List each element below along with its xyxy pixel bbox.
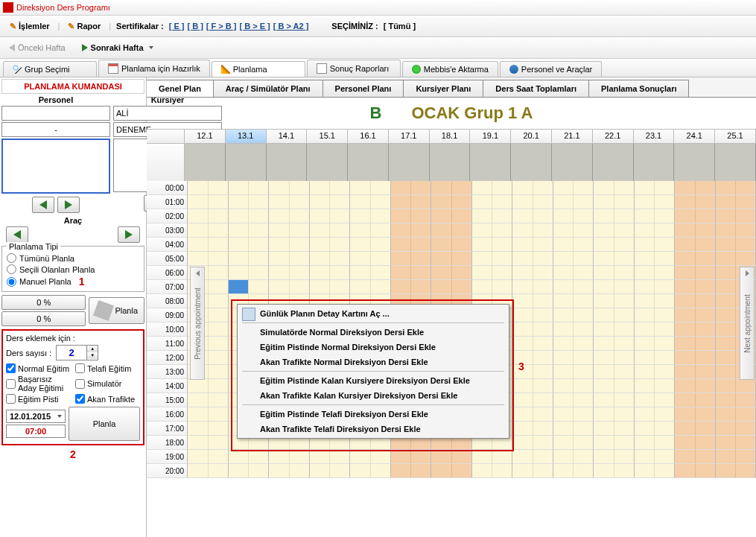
calendar-cell[interactable] bbox=[635, 422, 676, 436]
calendar-cell[interactable] bbox=[188, 464, 229, 478]
day-header[interactable]: 22.1 bbox=[593, 130, 634, 143]
calendar-cell[interactable] bbox=[635, 450, 676, 464]
calendar-cell[interactable] bbox=[350, 252, 391, 266]
calendar-cell[interactable] bbox=[391, 450, 432, 464]
menu-islemler[interactable]: ✎İşlemler bbox=[4, 19, 55, 34]
calendar-cell[interactable] bbox=[269, 252, 310, 266]
calendar-cell[interactable] bbox=[675, 407, 716, 422]
calendar-cell[interactable] bbox=[391, 209, 432, 223]
calendar-cell[interactable] bbox=[229, 238, 270, 252]
chk-pist[interactable]: Eğitim Pisti bbox=[6, 394, 71, 404]
calendar-cell[interactable] bbox=[310, 252, 351, 266]
personel-prev-button[interactable] bbox=[32, 197, 54, 213]
calendar-cell[interactable] bbox=[391, 252, 432, 266]
spin-up[interactable]: ▲ bbox=[87, 346, 98, 352]
calendar-cell[interactable] bbox=[512, 181, 553, 195]
calendar-cell[interactable] bbox=[553, 308, 594, 322]
subtab-kursiyer[interactable]: Kursiyer Planı bbox=[403, 80, 483, 97]
calendar-cell[interactable] bbox=[188, 450, 229, 464]
calendar-cell[interactable] bbox=[635, 365, 676, 379]
calendar-cell[interactable] bbox=[512, 266, 553, 280]
calendar-cell[interactable] bbox=[512, 322, 553, 337]
calendar-cell[interactable] bbox=[553, 322, 594, 337]
chk-simulator[interactable]: Simulatör bbox=[75, 375, 140, 393]
tab-mebbis[interactable]: Mebbis'e Aktarma bbox=[402, 61, 498, 77]
chk-trafik[interactable]: Akan Trafikte bbox=[75, 394, 140, 404]
calendar-cell[interactable] bbox=[310, 181, 351, 195]
calendar-cell[interactable] bbox=[472, 209, 513, 223]
calendar-cell[interactable] bbox=[675, 195, 716, 209]
calendar-cell[interactable] bbox=[269, 181, 310, 195]
calendar-cell[interactable] bbox=[675, 294, 716, 308]
calendar-cell[interactable] bbox=[594, 365, 635, 379]
selected-slot[interactable] bbox=[229, 280, 249, 293]
calendar-cell[interactable] bbox=[229, 464, 270, 478]
calendar-cell[interactable] bbox=[431, 450, 472, 464]
ders-count-spinner[interactable]: ▲▼ bbox=[56, 345, 98, 360]
chk-telafi[interactable]: Telafi Eğitim bbox=[75, 363, 140, 373]
calendar-cell[interactable] bbox=[310, 464, 351, 478]
calendar-cell[interactable] bbox=[350, 464, 391, 478]
calendar-cell[interactable] bbox=[553, 393, 594, 407]
calendar-cell[interactable] bbox=[350, 266, 391, 280]
calendar-cell[interactable] bbox=[594, 322, 635, 337]
calendar-cell[interactable] bbox=[229, 223, 270, 238]
calendar-cell[interactable] bbox=[350, 280, 391, 294]
calendar-cell[interactable] bbox=[188, 252, 229, 266]
calendar-cell[interactable] bbox=[431, 181, 472, 195]
pct-b-button[interactable]: 0 % bbox=[1, 311, 86, 326]
calendar-cell[interactable] bbox=[310, 223, 351, 238]
chk-normal[interactable]: Normal Eğitim bbox=[6, 363, 71, 373]
radio-secili[interactable]: Seçili Olanları Planla bbox=[7, 264, 139, 275]
calendar-cell[interactable] bbox=[675, 337, 716, 351]
calendar-cell[interactable] bbox=[716, 252, 757, 266]
calendar-cell[interactable] bbox=[553, 407, 594, 422]
cert-ba2[interactable]: [ B > A2 ] bbox=[273, 22, 309, 31]
calendar-cell[interactable] bbox=[716, 209, 757, 223]
calendar-cell[interactable] bbox=[553, 464, 594, 478]
tab-personel-araclar[interactable]: Personel ve Araçlar bbox=[500, 61, 602, 77]
calendar-cell[interactable] bbox=[431, 238, 472, 252]
prev-week-button[interactable]: Önceki Hafta bbox=[4, 41, 70, 54]
calendar-cell[interactable] bbox=[553, 252, 594, 266]
calendar-cell[interactable] bbox=[594, 294, 635, 308]
calendar-cell[interactable] bbox=[350, 223, 391, 238]
calendar-cell[interactable] bbox=[512, 436, 553, 450]
calendar-cell[interactable] bbox=[635, 252, 676, 266]
calendar-cell[interactable] bbox=[188, 407, 229, 422]
calendar-cell[interactable] bbox=[635, 238, 676, 252]
next-week-button[interactable]: Sonraki Hafta bbox=[77, 41, 158, 54]
calendar-cell[interactable] bbox=[229, 195, 270, 209]
personel-dash[interactable] bbox=[1, 122, 110, 137]
calendar-cell[interactable] bbox=[553, 365, 594, 379]
calendar-cell[interactable] bbox=[188, 181, 229, 195]
menu-rapor[interactable]: ✎Rapor bbox=[63, 19, 106, 34]
calendar-cell[interactable] bbox=[553, 422, 594, 436]
planla-button-bottom[interactable]: Planla bbox=[69, 407, 140, 441]
calendar-cell[interactable] bbox=[553, 379, 594, 393]
day-header[interactable]: 16.1 bbox=[348, 130, 389, 143]
arac-prev-button[interactable] bbox=[6, 226, 28, 243]
context-menu-item[interactable]: Akan Trafikte Kalan Kursiyer Direksiyon … bbox=[239, 388, 507, 403]
calendar-cell[interactable] bbox=[716, 464, 757, 478]
time-picker[interactable]: 07:00 bbox=[6, 425, 66, 438]
calendar-cell[interactable] bbox=[188, 379, 229, 393]
day-header[interactable]: 21.1 bbox=[552, 130, 593, 143]
calendar-cell[interactable] bbox=[431, 252, 472, 266]
calendar-cell[interactable] bbox=[553, 337, 594, 351]
calendar-cell[interactable] bbox=[594, 422, 635, 436]
calendar-cell[interactable] bbox=[553, 238, 594, 252]
pct-a-button[interactable]: 0 % bbox=[1, 295, 86, 310]
personel-input[interactable] bbox=[1, 106, 110, 121]
calendar-cell[interactable] bbox=[512, 450, 553, 464]
calendar-cell[interactable] bbox=[635, 280, 676, 294]
calendar-cell[interactable] bbox=[716, 436, 757, 450]
calendar-cell[interactable] bbox=[594, 407, 635, 422]
calendar-cell[interactable] bbox=[635, 181, 676, 195]
calendar-cell[interactable] bbox=[635, 223, 676, 238]
calendar-cell[interactable] bbox=[188, 223, 229, 238]
planla-button-top[interactable]: Planla bbox=[89, 297, 144, 324]
calendar-cell[interactable] bbox=[391, 195, 432, 209]
calendar-cell[interactable] bbox=[675, 351, 716, 365]
subtab-arac[interactable]: Araç / Simülatör Planı bbox=[213, 80, 323, 97]
